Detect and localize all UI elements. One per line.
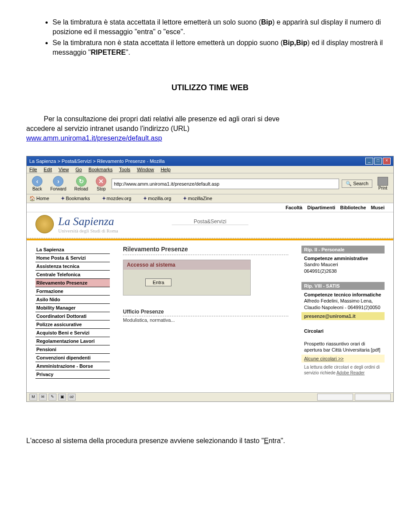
sidebar-item[interactable]: La Sapienza <box>35 246 110 254</box>
menu-bookmarks[interactable]: Bookmarks <box>88 167 112 172</box>
sidebar-item[interactable]: Rilevamento Presenze <box>35 279 110 287</box>
status-icon[interactable]: ✎ <box>49 394 56 401</box>
top-nav: Facoltà Dipartimenti Biblioteche Musei <box>27 203 393 212</box>
info-box: Circolari Prospetto riassuntivo orari di… <box>301 326 385 377</box>
toolbar: ‹Back ›Forward ↻Reload ✕Stop http://www.… <box>27 173 393 194</box>
stop-icon: ✕ <box>96 176 106 187</box>
section-title: UTILIZZO TIME WEB <box>26 83 394 92</box>
sidebar-item[interactable]: Privacy <box>35 370 110 379</box>
print-icon <box>378 177 388 186</box>
logo-icon <box>35 215 54 233</box>
sidebar-item[interactable]: Convenzioni dipendenti <box>35 354 110 362</box>
reload-button[interactable]: ↻Reload <box>72 175 91 192</box>
more-link[interactable]: Alcune circolari >> <box>301 355 385 363</box>
box-subtitle: Competenze tecnico informatiche <box>304 292 381 297</box>
stop-button[interactable]: ✕Stop <box>93 175 109 192</box>
back-button[interactable]: ‹Back <box>29 175 45 192</box>
url-text: http://www.amm.uniroma1.it/presenze/defa… <box>114 181 219 187</box>
menu-go[interactable]: Go <box>76 167 82 172</box>
menu-file[interactable]: File <box>29 167 37 172</box>
status-icon[interactable]: M <box>29 394 37 401</box>
subsection-title[interactable]: Ufficio Presenze <box>123 309 288 317</box>
window-title: La Sapienza > Posta&Servizi > Rilevament… <box>29 158 164 164</box>
url-input[interactable]: http://www.amm.uniroma1.it/presenze/defa… <box>112 179 339 189</box>
menu-help[interactable]: Help <box>161 167 171 172</box>
bookmark-item[interactable]: ✦mozdev.org <box>102 196 137 201</box>
bullet-list: Se la timbratura è stata accettata il le… <box>26 18 394 57</box>
sidebar-item[interactable]: Coordinatori Dottorati <box>35 312 110 320</box>
box-text: Alfredo Fedelini, Massimo Lena, Claudio … <box>304 298 380 310</box>
menu-window[interactable]: Window <box>137 167 154 172</box>
close-button[interactable]: × <box>383 158 391 165</box>
info-box: Rip. II - Personale Competenze amministr… <box>301 246 385 276</box>
sidebar-item[interactable]: Home Posta & Servizi <box>35 254 110 262</box>
bookmark-item[interactable]: ✦Bookmarks <box>61 196 95 201</box>
maximize-button[interactable]: □ <box>374 158 382 165</box>
status-box <box>317 394 353 401</box>
topnav-link[interactable]: Facoltà <box>286 205 303 210</box>
content-row: La SapienzaHome Posta & ServiziAssistenz… <box>27 240 393 392</box>
topnav-link[interactable]: Biblioteche <box>340 205 366 210</box>
status-icon[interactable]: oz <box>68 394 76 401</box>
intro-paragraph: Per la consultazione dei propri dati rel… <box>26 114 394 143</box>
sidebar-item[interactable]: Amministrazione - Borse <box>35 362 110 370</box>
bookmark-bar: 🏠Home ✦Bookmarks ✦mozdev.org ✦mozilla.or… <box>27 194 393 203</box>
sub-section: Ufficio Presenze Modulistica, normativa.… <box>123 309 288 323</box>
forward-button[interactable]: ›Forward <box>48 175 69 192</box>
status-icon[interactable]: ▣ <box>58 394 66 401</box>
sidebar-item[interactable]: Asilo Nido <box>35 296 110 304</box>
header-tab: Posta&Servizi <box>172 218 248 225</box>
status-box <box>355 394 391 401</box>
page-content: Facoltà Dipartimenti Biblioteche Musei L… <box>27 203 393 392</box>
sidebar-item[interactable]: Mobility Manager <box>35 304 110 312</box>
menu-view[interactable]: View <box>59 167 69 172</box>
text: ntra". <box>269 437 285 444</box>
sidebar-item[interactable]: Assistenza tecnica <box>35 262 110 271</box>
right-column: Rip. II - Personale Competenze amministr… <box>301 246 385 384</box>
sidebar-item[interactable]: Regolamentazione Lavori <box>35 337 110 345</box>
access-box-header: Accesso al sistema <box>123 260 250 270</box>
bold-text: Bip <box>261 18 273 26</box>
logo: La Sapienza Università degli Studi di Ro… <box>35 215 118 233</box>
footer-paragraph: L'acceso al sistema della procedura pres… <box>26 437 394 445</box>
status-icon[interactable]: ✉ <box>39 394 47 401</box>
topnav-link[interactable]: Musei <box>371 205 385 210</box>
email-highlight[interactable]: presenze@uniroma1.it <box>301 312 385 320</box>
box-text: Sandro Mauceri 064991(2)2638 <box>304 262 338 273</box>
bookmark-item[interactable]: ✦mozillaZine <box>183 196 217 201</box>
text: Se la timbratura è stata accettata il le… <box>52 18 261 26</box>
sidebar-item[interactable]: Acquisto Beni e Servizi <box>35 329 110 337</box>
bookmark-home[interactable]: 🏠Home <box>29 196 54 201</box>
sidebar-item[interactable]: Pensioni <box>35 345 110 354</box>
text: ". <box>126 49 130 56</box>
forward-icon: › <box>53 176 63 187</box>
menubar: File Edit View Go Bookmarks Tools Window… <box>27 166 393 173</box>
sidebar: La SapienzaHome Posta & ServiziAssistenz… <box>35 246 110 384</box>
text: accedere al servizio intranet usando l'i… <box>26 125 189 132</box>
note-text: La lettura delle circolari e degli ordin… <box>301 363 385 377</box>
menu-tools[interactable]: Tools <box>119 167 130 172</box>
menu-edit[interactable]: Edit <box>44 167 52 172</box>
search-button[interactable]: 🔍 Search <box>342 180 372 188</box>
text: Se la timbratura non è stata accettata i… <box>52 39 283 46</box>
bullet-item: Se la timbratura non è stata accettata i… <box>52 38 394 57</box>
window-controls: _ □ × <box>365 158 391 165</box>
bold-text: Bip,Bip <box>283 39 308 46</box>
site-header: La Sapienza Università degli Studi di Ro… <box>27 212 393 239</box>
url-link[interactable]: www.amm.uniroma1.it/presenze/default.asp <box>26 134 162 142</box>
bookmark-item[interactable]: ✦mozilla.org <box>143 196 176 201</box>
box-header: Rip. II - Personale <box>301 246 385 253</box>
sidebar-item[interactable]: Centrale Telefonica <box>35 271 110 279</box>
entra-button[interactable]: Entra <box>145 278 172 286</box>
minimize-button[interactable]: _ <box>365 158 373 165</box>
reload-icon: ↻ <box>76 176 87 187</box>
topnav-link[interactable]: Dipartimenti <box>307 205 335 210</box>
back-icon: ‹ <box>32 176 42 187</box>
print-button[interactable]: Print <box>375 176 391 191</box>
adobe-link[interactable]: Adobe Reader <box>336 370 365 375</box>
page-title: Rilevamento Presenze <box>123 246 288 255</box>
text: Per la consultazione dei propri dati rel… <box>26 114 280 124</box>
sidebar-item[interactable]: Polizze assicurative <box>35 320 110 329</box>
sidebar-item[interactable]: Formazione <box>35 287 110 296</box>
box-header: Rip. VIII - SATIS <box>301 282 385 290</box>
